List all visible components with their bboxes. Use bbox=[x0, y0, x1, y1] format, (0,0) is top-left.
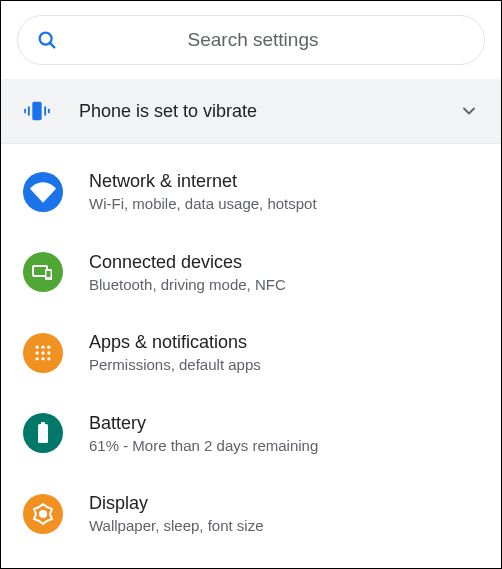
search-bar[interactable]: Search settings bbox=[17, 15, 485, 65]
item-title: Battery bbox=[89, 411, 318, 435]
svg-point-11 bbox=[41, 345, 44, 348]
svg-point-22 bbox=[39, 510, 47, 518]
vibrate-icon bbox=[23, 97, 51, 125]
svg-point-18 bbox=[47, 357, 50, 360]
svg-point-15 bbox=[47, 351, 50, 354]
apps-icon bbox=[23, 333, 63, 373]
svg-rect-6 bbox=[48, 109, 50, 114]
svg-rect-2 bbox=[32, 102, 41, 121]
item-subtitle: 61% - More than 2 days remaining bbox=[89, 436, 318, 456]
vibrate-banner[interactable]: Phone is set to vibrate bbox=[1, 79, 501, 144]
svg-rect-5 bbox=[44, 106, 46, 115]
item-subtitle: Wallpaper, sleep, font size bbox=[89, 516, 264, 536]
item-subtitle: Wi-Fi, mobile, data usage, hotspot bbox=[89, 194, 317, 214]
svg-point-10 bbox=[36, 345, 39, 348]
vibrate-banner-text: Phone is set to vibrate bbox=[79, 101, 459, 122]
svg-point-14 bbox=[41, 351, 44, 354]
item-connected-devices[interactable]: Connected devices Bluetooth, driving mod… bbox=[1, 233, 501, 314]
svg-rect-20 bbox=[38, 424, 48, 443]
item-network-internet[interactable]: Network & internet Wi-Fi, mobile, data u… bbox=[1, 152, 501, 233]
item-apps-notifications[interactable]: Apps & notifications Permissions, defaul… bbox=[1, 313, 501, 394]
item-title: Display bbox=[89, 491, 264, 515]
svg-point-16 bbox=[36, 357, 39, 360]
search-placeholder: Search settings bbox=[40, 29, 466, 51]
item-title: Apps & notifications bbox=[89, 330, 261, 354]
settings-list: Network & internet Wi-Fi, mobile, data u… bbox=[1, 144, 501, 555]
item-text: Battery 61% - More than 2 days remaining bbox=[89, 411, 318, 457]
item-text: Network & internet Wi-Fi, mobile, data u… bbox=[89, 169, 317, 215]
item-text: Display Wallpaper, sleep, font size bbox=[89, 491, 264, 537]
item-subtitle: Permissions, default apps bbox=[89, 355, 261, 375]
brightness-icon bbox=[23, 494, 63, 534]
svg-point-13 bbox=[36, 351, 39, 354]
svg-rect-3 bbox=[28, 106, 30, 115]
devices-icon bbox=[23, 252, 63, 292]
item-text: Apps & notifications Permissions, defaul… bbox=[89, 330, 261, 376]
item-text: Connected devices Bluetooth, driving mod… bbox=[89, 250, 286, 296]
item-battery[interactable]: Battery 61% - More than 2 days remaining bbox=[1, 394, 501, 475]
search-container: Search settings bbox=[1, 1, 501, 79]
svg-point-12 bbox=[47, 345, 50, 348]
item-title: Connected devices bbox=[89, 250, 286, 274]
svg-point-17 bbox=[41, 357, 44, 360]
wifi-icon bbox=[23, 172, 63, 212]
svg-rect-7 bbox=[33, 266, 47, 276]
svg-rect-9 bbox=[47, 271, 51, 277]
item-display[interactable]: Display Wallpaper, sleep, font size bbox=[1, 474, 501, 555]
item-subtitle: Bluetooth, driving mode, NFC bbox=[89, 275, 286, 295]
svg-rect-4 bbox=[24, 109, 26, 114]
item-title: Network & internet bbox=[89, 169, 317, 193]
chevron-down-icon bbox=[459, 101, 479, 121]
battery-icon bbox=[23, 413, 63, 453]
